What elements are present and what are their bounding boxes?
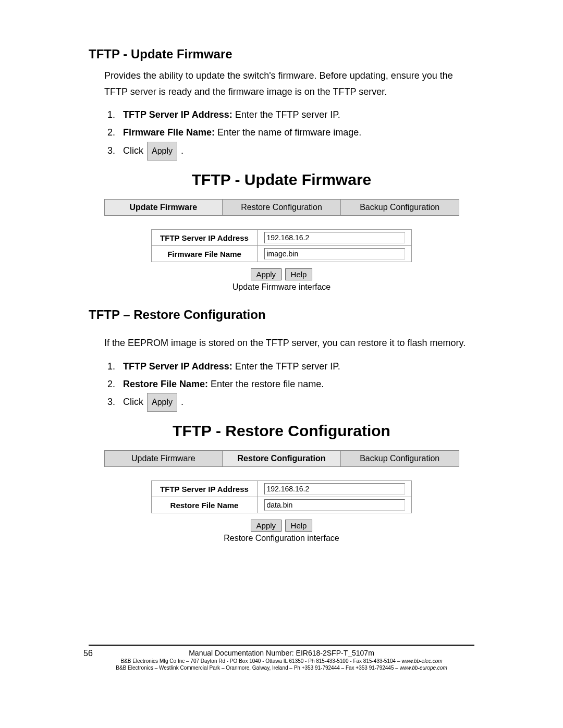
apply-button[interactable]: Apply	[251, 520, 282, 532]
step-3: Click Apply .	[118, 393, 474, 412]
tab-backup-configuration[interactable]: Backup Configuration	[341, 451, 459, 467]
intro-update-firmware: Provides the ability to update the switc…	[104, 68, 474, 100]
tab-update-firmware[interactable]: Update Firmware	[105, 200, 223, 216]
figure-title: TFTP - Restore Configuration	[89, 422, 474, 440]
step-3: Click Apply .	[118, 142, 474, 161]
label-firmware-file: Firmware File Name	[152, 246, 258, 262]
label-tftp-ip: TFTP Server IP Address	[152, 481, 258, 497]
form-restore-config: TFTP Server IP Address Restore File Name	[151, 480, 412, 513]
step-1: TFTP Server IP Address: Enter the TFTP s…	[118, 106, 474, 124]
steps-restore-config: TFTP Server IP Address: Enter the TFTP s…	[104, 357, 474, 412]
apply-button-inline[interactable]: Apply	[147, 393, 177, 412]
help-button[interactable]: Help	[285, 268, 313, 280]
label-tftp-ip: TFTP Server IP Address	[152, 230, 258, 246]
page-number: 56	[83, 649, 93, 658]
tab-bar: Update Firmware Restore Configuration Ba…	[104, 199, 459, 216]
apply-button-inline[interactable]: Apply	[147, 142, 177, 161]
heading-update-firmware: TFTP - Update Firmware	[89, 47, 474, 61]
form-update-firmware: TFTP Server IP Address Firmware File Nam…	[151, 229, 412, 262]
input-firmware-file[interactable]	[264, 248, 405, 260]
heading-restore-config: TFTP – Restore Configuration	[89, 307, 474, 322]
steps-update-firmware: TFTP Server IP Address: Enter the TFTP s…	[104, 106, 474, 161]
label-restore-file: Restore File Name	[152, 497, 258, 513]
figure-caption: Restore Configuration interface	[89, 534, 474, 543]
figure-title: TFTP - Update Firmware	[89, 171, 474, 189]
step-2: Restore File Name: Enter the restore fil…	[118, 375, 474, 393]
figure-caption: Update Firmware interface	[89, 282, 474, 292]
help-button[interactable]: Help	[285, 520, 313, 532]
input-tftp-ip[interactable]	[264, 483, 405, 495]
apply-button[interactable]: Apply	[251, 268, 282, 280]
doc-number: Manual Documentation Number: EIR618-2SFP…	[189, 649, 374, 657]
tab-restore-configuration[interactable]: Restore Configuration	[223, 451, 341, 467]
step-1: TFTP Server IP Address: Enter the TFTP s…	[118, 357, 474, 375]
figure-update-firmware: TFTP - Update Firmware Update Firmware R…	[89, 171, 474, 292]
input-tftp-ip[interactable]	[264, 232, 405, 243]
intro-restore-config: If the EEPROM image is stored on the TFT…	[104, 335, 474, 351]
tab-bar: Update Firmware Restore Configuration Ba…	[104, 450, 459, 467]
tab-backup-configuration[interactable]: Backup Configuration	[341, 200, 459, 216]
input-restore-file[interactable]	[264, 499, 405, 511]
tab-update-firmware[interactable]: Update Firmware	[105, 451, 223, 467]
figure-restore-config: TFTP - Restore Configuration Update Firm…	[89, 422, 474, 543]
tab-restore-configuration[interactable]: Restore Configuration	[223, 200, 341, 216]
page-footer: 56 Manual Documentation Number: EIR618-2…	[89, 645, 474, 671]
step-2: Firmware File Name: Enter the name of fi…	[118, 124, 474, 141]
